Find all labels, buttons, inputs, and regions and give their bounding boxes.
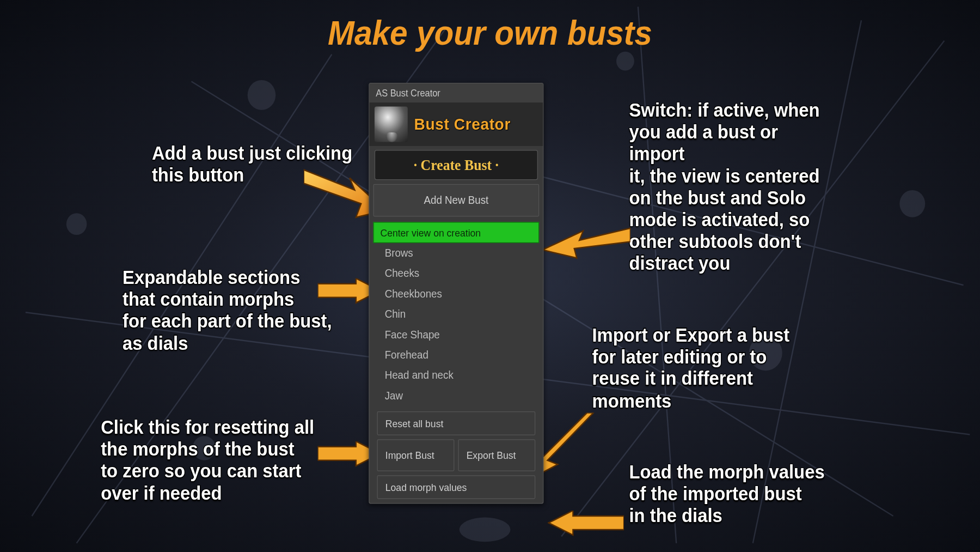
annotation-add: Add a bust just clicking this button bbox=[152, 143, 369, 186]
svg-point-1 bbox=[616, 52, 634, 71]
svg-point-6 bbox=[460, 517, 511, 542]
panel-logo-text: Bust Creator bbox=[414, 115, 511, 134]
import-bust-button[interactable]: Import Bust bbox=[377, 439, 455, 471]
section-jaw[interactable]: Jaw bbox=[373, 386, 540, 406]
annotation-switch: Switch: if active, when you add a bust o… bbox=[629, 100, 833, 275]
create-bust-header[interactable]: · Create Bust · bbox=[375, 150, 538, 180]
svg-marker-10 bbox=[542, 228, 630, 258]
reset-all-button[interactable]: Reset all bust bbox=[377, 411, 536, 435]
svg-marker-12 bbox=[549, 511, 624, 535]
bust-head-icon bbox=[375, 107, 408, 142]
bust-creator-panel: AS Bust Creator Bust Creator · Create Bu… bbox=[369, 83, 543, 504]
svg-point-0 bbox=[248, 80, 276, 110]
section-cheeks[interactable]: Cheeks bbox=[373, 263, 540, 283]
export-bust-button[interactable]: Export Bust bbox=[458, 439, 535, 471]
panel-window-title: AS Bust Creator bbox=[370, 83, 543, 102]
add-new-bust-button[interactable]: Add New Bust bbox=[373, 184, 540, 217]
svg-point-4 bbox=[899, 190, 925, 217]
annotation-reset: Click this for resetting all the morphs … bbox=[101, 417, 369, 504]
panel-logo-row: Bust Creator bbox=[370, 102, 543, 146]
arrow-to-switch bbox=[541, 224, 630, 265]
section-head-neck[interactable]: Head and neck bbox=[373, 365, 540, 385]
annotation-load: Load the morph values of the imported bu… bbox=[629, 462, 833, 527]
section-face-shape[interactable]: Face Shape bbox=[373, 325, 540, 345]
section-cheekbones[interactable]: Cheekbones bbox=[373, 284, 540, 304]
section-brows[interactable]: Brows bbox=[373, 243, 540, 263]
svg-point-5 bbox=[66, 213, 87, 235]
annotation-import-export: Import or Export a bust for later editin… bbox=[592, 325, 797, 412]
center-view-toggle[interactable]: Center view on creation bbox=[373, 222, 540, 243]
page-title: Make your own busts bbox=[0, 14, 980, 53]
section-chin[interactable]: Chin bbox=[373, 304, 540, 324]
section-forehead[interactable]: Forehead bbox=[373, 345, 540, 365]
arrow-to-load bbox=[547, 511, 624, 538]
load-morph-values-button[interactable]: Load morph values bbox=[377, 475, 536, 499]
annotation-sections: Expandable sections that contain morphs … bbox=[122, 267, 365, 354]
